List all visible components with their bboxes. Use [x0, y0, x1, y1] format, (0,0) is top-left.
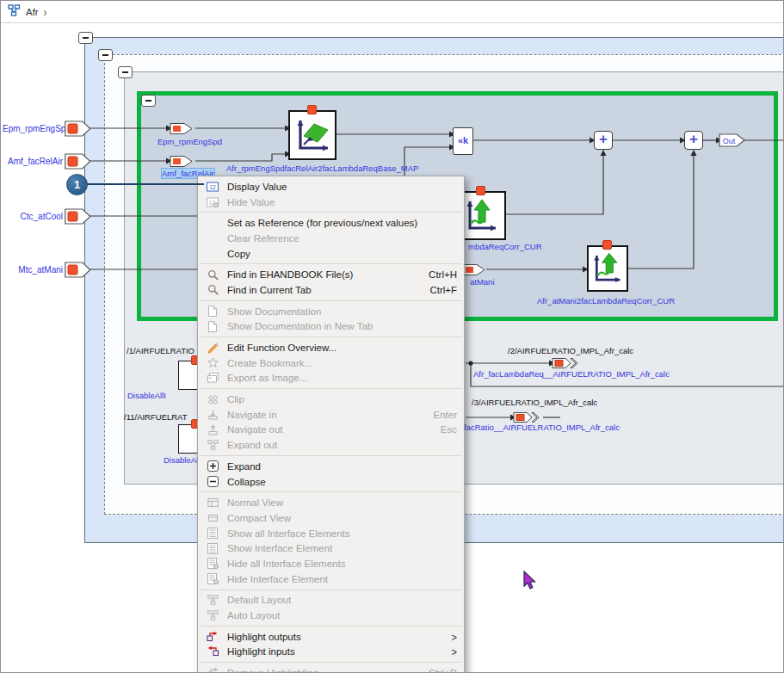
menu-separator — [200, 388, 462, 389]
cur2-block-label[interactable]: Afr_atMani2facLambdaReqCorr_CUR — [503, 296, 709, 306]
menu-item-label: Navigate out — [222, 424, 441, 435]
menu-item-export-as-image: Export as Image... — [198, 371, 464, 386]
menu-item-edit-function-overview[interactable]: Edit Function Overview... — [198, 340, 464, 355]
submenu-arrow-icon: > — [452, 645, 457, 658]
input-port-ctc[interactable]: Ctc_atCool — [3, 208, 91, 225]
submenu-arrow-icon: > — [452, 631, 457, 643]
menu-item-collapse[interactable]: Collapse — [198, 474, 464, 490]
svg-text:12: 12 — [209, 184, 216, 190]
menu-item-highlight-inputs[interactable]: Highlight inputs> — [198, 645, 464, 660]
menu-separator — [200, 212, 462, 213]
menu-item-copy[interactable]: Copy — [198, 246, 464, 262]
breadcrumb-item-afr[interactable]: Afr — [26, 7, 39, 17]
sum-block-2[interactable]: + — [684, 131, 703, 150]
input-port-epm[interactable]: Epm_rpmEngSpd — [3, 120, 91, 137]
menu-item-label: Expand — [222, 461, 457, 472]
menu-item-label: Show all Interface Elements — [222, 528, 457, 539]
port-tag-icon — [65, 208, 91, 225]
menu-item-navigate-in: Navigate inEnter — [198, 407, 464, 423]
disable-link-1[interactable]: DisableAllI — [127, 391, 166, 400]
inner-port-tag-icon[interactable] — [462, 263, 488, 276]
menu-item-expand[interactable]: Expand — [198, 459, 464, 474]
nav-out-icon — [203, 424, 222, 435]
remove-highlight-icon — [203, 668, 222, 673]
menu-item-hide-all-interface-elements: Hide all Interface Elements — [198, 556, 464, 571]
cur2-block[interactable] — [587, 245, 628, 292]
menu-item-find-in-ehandbook-file-s[interactable]: Find in EHANDBOOK File(s)Ctrl+H — [198, 267, 464, 282]
menu-separator — [200, 590, 462, 590]
menu-item-show-all-interface-elements: Show all Interface Elements — [198, 526, 464, 541]
input-port-amf[interactable]: Amf_facRelAir — [3, 153, 91, 170]
shift-block[interactable]: «k — [453, 127, 473, 155]
output-title-3: /3/AIRFUELRATIO_IMPL_Afr_calc — [472, 398, 597, 407]
map-3d-icon — [293, 115, 331, 155]
menu-item-default-layout: Default Layout — [198, 593, 464, 608]
cur1-block-label[interactable]: mbdaReqCorr_CUR — [468, 242, 542, 251]
menu-item-label: Export as Image... — [222, 373, 457, 383]
callout-badge: 1 — [66, 174, 88, 195]
menu-item-find-in-current-tab[interactable]: Find in Current TabCtrl+F — [198, 282, 464, 298]
menu-item-highlight-outputs[interactable]: Highlight outputs> — [198, 629, 464, 645]
highlight-inputs-icon — [203, 646, 222, 657]
menu-item-show-documentation: Show Documentation — [198, 304, 464, 319]
menu-item-remove-highlighting: Remove HighlightingCtrl+R — [198, 665, 464, 673]
input-port-label[interactable]: Amf_facRelAir — [3, 157, 63, 166]
menu-separator — [200, 455, 462, 456]
menu-item-display-value[interactable]: 12Display Value — [198, 179, 464, 194]
menu-item-hide-interface-element: Hide Interface Element — [198, 571, 464, 587]
chevron-right-icon: › — [44, 5, 47, 18]
menu-separator — [200, 626, 462, 627]
collapse-button-inner[interactable] — [118, 66, 133, 78]
diagram-canvas: Afr › — [0, 0, 784, 673]
menu-item-auto-layout: Auto Layout — [198, 608, 464, 623]
image-icon — [203, 373, 222, 383]
menu-separator — [200, 491, 462, 492]
sum-block-1[interactable]: + — [594, 131, 613, 150]
collapse-button-middle[interactable] — [98, 49, 113, 61]
input-port-label[interactable]: Mtc_atMani — [3, 265, 63, 275]
menu-item-create-bookmark: Create Bookmark... — [198, 355, 464, 371]
menu-item-label: Compact View — [222, 513, 457, 523]
menu-item-label: Clear Reference — [222, 233, 457, 244]
map-block[interactable] — [288, 110, 336, 160]
output-link-3[interactable]: facRatio__AIRFUELRATIO_IMPL_Afr_calc — [464, 423, 620, 432]
inner-port-label-epm[interactable]: Epm_rpmEngSpd — [157, 137, 222, 146]
menu-item-shortcut: Ctrl+F — [429, 285, 457, 295]
menu-item-set-as-reference-for-previous-next-values[interactable]: Set as Reference (for previous/next valu… — [198, 215, 464, 231]
inner-port-tag-icon[interactable] — [170, 155, 195, 168]
cur1-block[interactable] — [458, 191, 506, 240]
doc-icon — [203, 321, 222, 332]
output-tag-icon[interactable] — [552, 356, 588, 370]
menu-item-label: Create Bookmark... — [222, 358, 457, 368]
menu-item-label: Display Value — [222, 182, 457, 192]
map-block-label[interactable]: Afr_rpmEngSpdfacRelAir2facLambdaReqBase_… — [226, 164, 398, 173]
menu-item-show-interface-element: Show Interface Element — [198, 540, 464, 556]
menu-item-label: Show Interface Element — [222, 543, 457, 553]
output-link-2[interactable]: Afr_facLambdaReq__AIRFUELRATIO_IMPL_Afr_… — [473, 369, 670, 379]
menu-item-label: Hide Interface Element — [222, 574, 457, 584]
menu-separator — [200, 336, 462, 337]
collapse-button-outer[interactable] — [78, 32, 93, 44]
output-title-2: /2/AIRFUELRATIO_IMPL_Afr_calc — [508, 346, 633, 355]
collapse-button-function[interactable] — [141, 95, 156, 107]
inner-port-label-mani[interactable]: atMani — [470, 277, 495, 287]
star-icon — [203, 357, 222, 368]
menu-item-label: Expand out — [222, 440, 457, 450]
out-port[interactable]: Out — [719, 132, 748, 149]
pencil-icon — [203, 343, 222, 354]
layout-icon — [203, 595, 222, 605]
menu-item-shortcut: Esc — [441, 424, 457, 435]
menu-item-hide-value: 12Hide Value — [198, 194, 464, 210]
menu-item-label: Find in EHANDBOOK File(s) — [222, 269, 429, 280]
menu-item-navigate-out: Navigate outEsc — [198, 423, 464, 438]
input-port-label[interactable]: Ctc_atCool — [3, 212, 63, 221]
inner-port-tag-icon[interactable] — [170, 122, 195, 135]
input-port-label[interactable]: Epm_rpmEngSpd — [3, 124, 63, 133]
input-port-mtc[interactable]: Mtc_atMani — [3, 262, 91, 278]
menu-item-shortcut: Ctrl+H — [429, 269, 457, 280]
expand-icon — [203, 460, 222, 472]
menu-item-label: Highlight outputs — [222, 632, 452, 642]
disable-link-2[interactable]: DisableAll — [164, 455, 200, 465]
menu-item-show-documentation-in-new-tab: Show Documentation in New Tab — [198, 319, 464, 335]
list-hide-icon — [203, 558, 222, 569]
